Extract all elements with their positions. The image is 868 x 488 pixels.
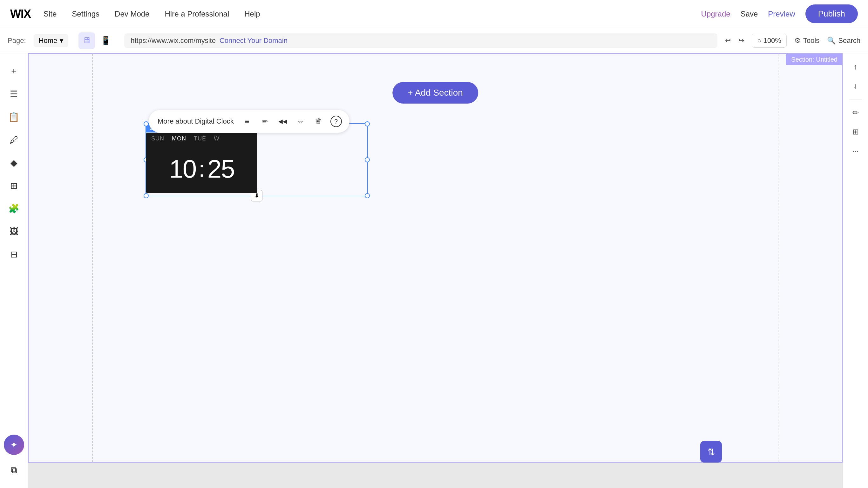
right-sidebar: ↑ ↓ ✏ ⊞ ··· [843, 53, 868, 488]
zoom-display[interactable]: ○ 100% [752, 34, 787, 48]
edit-pencil-icon: ✏ [852, 108, 859, 117]
question-icon: ? [331, 116, 342, 127]
pages-icon: 📋 [8, 112, 20, 122]
resize-icon-button[interactable]: ↔ [292, 113, 309, 130]
undo-button[interactable]: ↩ [725, 36, 731, 45]
section-resize-button[interactable]: ⇅ [700, 441, 722, 463]
publish-button[interactable]: Publish [805, 4, 858, 23]
clock-day-tue: TUE [194, 135, 206, 142]
dashed-guide-left [92, 54, 93, 462]
clock-day-sun: SUN [151, 135, 164, 142]
redo-button[interactable]: ↪ [738, 36, 744, 45]
sidebar-layers-button[interactable]: ⧉ [4, 460, 24, 480]
layout-icon: ⊞ [852, 127, 859, 136]
grid-icon: ⊞ [10, 180, 18, 191]
tools-button[interactable]: ⚙ Tools [794, 36, 819, 45]
sidebar-apps-button[interactable]: ⊞ [4, 175, 24, 196]
preview-button[interactable]: Preview [768, 9, 795, 19]
page-label: Page: [8, 36, 26, 45]
tools-icon: ⚙ [794, 36, 801, 45]
clock-hours: 10 [169, 154, 196, 184]
canvas-area[interactable]: Section: Untitled + Add Section More abo… [28, 53, 843, 488]
more-about-label[interactable]: More about Digital Clock [154, 117, 238, 125]
top-navigation: WIX Site Settings Dev Mode Hire a Profes… [0, 0, 868, 28]
list-icon: ≡ [245, 117, 249, 126]
nav-items: Site Settings Dev Mode Hire a Profession… [43, 9, 701, 19]
edit-icon-button[interactable]: ✏ [257, 113, 273, 130]
zoom-circle-icon: ○ [757, 36, 761, 45]
desktop-view-button[interactable]: 🖥 [79, 32, 95, 49]
right-more-button[interactable]: ··· [847, 143, 864, 159]
sidebar-text-button[interactable]: 🖊 [4, 130, 24, 150]
puzzle-icon: 🧩 [8, 203, 20, 214]
clock-minutes: 25 [208, 154, 235, 184]
arrow-up-icon: ↑ [854, 62, 858, 71]
section-outline: Section: Untitled [28, 53, 843, 463]
plus-icon: + [11, 66, 16, 76]
clock-time-row: 10 : 25 [146, 145, 257, 193]
save-button[interactable]: Save [741, 9, 758, 19]
move-down-button[interactable]: ↓ [847, 78, 864, 94]
resize-arrows-icon: ↔ [297, 117, 304, 126]
clock-separator: : [196, 156, 207, 182]
move-up-button[interactable]: ↑ [847, 58, 864, 75]
sidebar-media-button[interactable]: ◆ [4, 152, 24, 173]
layers-chevron-icon: ◀◀ [278, 118, 287, 125]
crown-icon-button[interactable]: ♛ [310, 113, 327, 130]
nav-devmode[interactable]: Dev Mode [115, 9, 149, 19]
layers-icon-button[interactable]: ◀◀ [275, 113, 291, 130]
crown-icon: ♛ [315, 117, 322, 126]
section-resize-icon: ⇅ [708, 447, 715, 457]
widget-toolbar: More about Digital Clock ≡ ✏ ◀◀ ↔ ♛ ? [149, 110, 349, 133]
handle-bottom-right[interactable] [365, 193, 370, 198]
ellipsis-icon: ··· [852, 147, 859, 155]
right-edit-button[interactable]: ✏ [847, 104, 864, 121]
add-section-button[interactable]: + Add Section [392, 82, 478, 103]
clock-day-wed: W [214, 135, 220, 142]
upgrade-button[interactable]: Upgrade [701, 9, 731, 19]
page-selector[interactable]: Home ▾ [34, 34, 69, 47]
page-name: Home [39, 36, 58, 45]
help-icon-button[interactable]: ? [328, 113, 344, 130]
undo-icon: ↩ [725, 36, 731, 45]
mobile-view-button[interactable]: 📱 [97, 32, 114, 49]
search-button[interactable]: 🔍 Search [827, 36, 860, 45]
ai-assistant-button[interactable]: ✦ [4, 435, 24, 455]
section-label: Section: Untitled [786, 54, 843, 65]
handle-bottom-left[interactable] [144, 193, 149, 198]
sidebar-add-button[interactable]: + [4, 61, 24, 81]
url-bar: https://www.wix.com/mysite Connect Your … [124, 33, 717, 48]
handle-top-left[interactable] [144, 121, 149, 126]
ai-star-icon: ✦ [10, 440, 18, 450]
connect-domain-link[interactable]: Connect Your Domain [220, 36, 287, 45]
nav-site[interactable]: Site [43, 9, 57, 19]
list-icon-button[interactable]: ≡ [239, 113, 255, 130]
clock-day-mon: MON [172, 135, 186, 142]
zoom-level: 100% [764, 36, 781, 45]
nav-hire[interactable]: Hire a Professional [164, 9, 229, 19]
nav-right: Upgrade Save Preview Publish [701, 4, 858, 23]
handle-top-right[interactable] [365, 121, 370, 126]
layers-icon: ⧉ [11, 465, 17, 476]
clock-days-row: SUN MON TUE W [146, 133, 257, 145]
sidebar-data-button[interactable]: ⊟ [4, 244, 24, 264]
chevron-down-icon: ▾ [60, 36, 63, 45]
left-sidebar: + ☰ 📋 🖊 ◆ ⊞ 🧩 🖼 ⊟ ✦ ⧉ [0, 53, 28, 488]
search-icon: 🔍 [827, 36, 836, 45]
right-layout-button[interactable]: ⊞ [847, 124, 864, 140]
menu-icon: ☰ [10, 89, 18, 99]
nav-help[interactable]: Help [244, 9, 260, 19]
arrow-down-icon: ↓ [854, 81, 858, 90]
address-bar: Page: Home ▾ 🖥 📱 https://www.wix.com/mys… [0, 28, 868, 53]
handle-middle-right[interactable] [365, 157, 370, 162]
resize-down-icon-2: ⬇ [254, 192, 259, 199]
sidebar-panel-button[interactable]: 🧩 [4, 198, 24, 219]
widget-selection-box[interactable]: Digital Clock ⬇ ⬇ SUN MON TUE [146, 123, 368, 196]
nav-settings[interactable]: Settings [72, 9, 99, 19]
sidebar-pages-button[interactable]: 📋 [4, 107, 24, 127]
sidebar-images-button[interactable]: 🖼 [4, 221, 24, 241]
table-icon: ⊟ [10, 249, 18, 260]
sidebar-menus-button[interactable]: ☰ [4, 84, 24, 104]
address-actions: ↩ ↪ ○ 100% ⚙ Tools 🔍 Search [725, 34, 860, 48]
text-icon: 🖊 [9, 135, 19, 145]
